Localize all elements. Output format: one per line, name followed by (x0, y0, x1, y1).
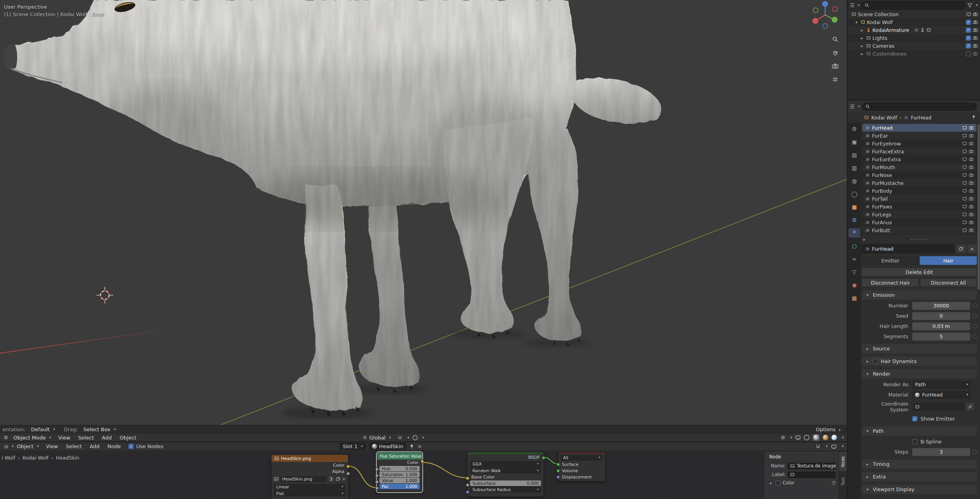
displacement-input-socket[interactable] (556, 475, 560, 479)
monitor-icon[interactable] (962, 196, 967, 201)
tab-emitter[interactable]: Emitter (862, 256, 919, 265)
chevron-down-icon[interactable]: ▾ (12, 445, 14, 448)
list-item[interactable]: FurNose (862, 171, 976, 179)
expander-icon[interactable]: ▸ (859, 44, 865, 48)
collection-checkbox[interactable]: ✓ (966, 35, 971, 41)
outliner-search-input[interactable] (861, 1, 965, 9)
chevron-down-icon[interactable]: ▾ (858, 4, 860, 7)
menu-view[interactable]: View (54, 435, 74, 441)
show-overlays-icon[interactable] (795, 435, 801, 440)
menu-select[interactable]: Select (62, 443, 86, 449)
outliner-row-custombones[interactable]: ▸ CustomBones (848, 50, 980, 58)
base-color-input-socket[interactable] (466, 477, 469, 480)
overlay-toggle-icon[interactable] (831, 444, 837, 449)
outliner-row-lights[interactable]: ▸ Lights ✓ (848, 34, 980, 42)
monitor-icon[interactable] (962, 125, 967, 130)
list-item[interactable]: FurEar (862, 132, 976, 140)
bsdf-output-socket[interactable] (542, 456, 545, 460)
menu-select[interactable]: Select (74, 435, 98, 441)
slot-dropdown[interactable]: Slot 1 ▾ (340, 443, 366, 450)
list-item[interactable]: FurEyebrow (862, 140, 976, 147)
render-as-dropdown[interactable]: Path ▾ (912, 381, 971, 389)
extension-dropdown[interactable]: Flat ▾ (274, 490, 346, 496)
pin-icon[interactable] (409, 444, 415, 449)
list-item[interactable]: FurTail (862, 195, 976, 203)
tab-tool[interactable]: ⚙ (848, 124, 860, 134)
image-users-count[interactable]: 3 (328, 476, 334, 482)
render-camera-icon[interactable] (969, 212, 974, 217)
expander-icon[interactable]: ▸ (768, 481, 774, 485)
value-input-socket[interactable] (375, 480, 379, 484)
drag-dropdown[interactable]: Select Box ▾ (80, 426, 119, 433)
expander-icon[interactable]: ▸ (859, 52, 865, 56)
section-hair-dynamics[interactable]: ▸ Hair Dynamics (862, 357, 977, 366)
chevron-down-icon[interactable]: ▾ (407, 436, 409, 439)
render-camera-icon[interactable] (969, 141, 974, 146)
image-texture-node[interactable]: HeadSkin.png Color Alpha HeadSkin.png 3 … (271, 454, 348, 499)
section-viewport-display[interactable]: ▾ Viewport Display (862, 485, 977, 494)
chevron-down-icon[interactable]: ▾ (976, 4, 978, 7)
section-emission[interactable]: ▾ Emission (862, 290, 977, 300)
steps-field[interactable]: 3 (912, 448, 970, 456)
shading-wireframe-icon[interactable] (804, 435, 809, 440)
monitor-icon[interactable] (962, 188, 967, 193)
surface-input-socket[interactable] (556, 463, 560, 466)
pin-icon[interactable] (971, 115, 976, 119)
shading-rendered-icon[interactable] (831, 435, 837, 440)
section-render[interactable]: ▾ Render (862, 369, 977, 378)
render-camera-icon[interactable] (969, 173, 974, 177)
section-path[interactable]: ▾ Path (862, 426, 977, 436)
render-camera-icon[interactable] (973, 35, 978, 40)
principled-bsdf-node[interactable]: BSDF GGX ▾ Random Walk ▾ Base Color Subs… (467, 452, 544, 497)
section-extra[interactable]: ▸ Extra (862, 472, 977, 481)
render-camera-icon[interactable] (973, 12, 978, 17)
use-nodes-checkbox[interactable]: ✓ (128, 444, 134, 449)
copy-icon[interactable] (336, 477, 340, 481)
object-checkbox[interactable]: ✓ (966, 28, 971, 33)
gizmo-y-neg[interactable] (813, 8, 818, 13)
volume-input-socket[interactable] (556, 469, 560, 473)
output-node-header[interactable] (558, 452, 605, 454)
remove-button[interactable]: × (967, 244, 977, 253)
tab-physics[interactable]: ○ (848, 241, 860, 251)
gizmo-y-axis[interactable] (832, 17, 838, 23)
monitor-icon[interactable] (962, 157, 967, 162)
disconnect-hair-button[interactable]: Disconnect Hair (862, 278, 919, 287)
unlink-icon[interactable]: × (417, 443, 422, 449)
monitor-icon[interactable] (962, 220, 967, 225)
saturation-input-socket[interactable] (375, 474, 379, 477)
list-item[interactable]: FurLegs (862, 210, 976, 218)
shader-type-dropdown[interactable]: Object ▾ (14, 443, 42, 450)
subsurface-radius-input-socket[interactable] (466, 490, 469, 494)
list-item[interactable]: FurMouth (862, 163, 976, 171)
hue-slider[interactable]: Hue0.500 (379, 466, 420, 471)
menu-view[interactable]: View (42, 443, 62, 449)
output-target-dropdown[interactable]: All ▾ (561, 455, 603, 461)
tab-constraints[interactable]: ∞ (848, 254, 860, 264)
proportional-editing-icon[interactable] (413, 435, 418, 440)
tab-particles[interactable]: * (848, 228, 860, 238)
list-item[interactable]: FurMustache (862, 179, 976, 187)
orientation-dropdown[interactable]: Default ▾ (28, 426, 58, 433)
decorator-dot[interactable] (973, 450, 977, 454)
properties-search-input[interactable] (862, 102, 977, 111)
saturation-slider[interactable]: Saturation1.000 (379, 472, 420, 477)
gizmo-x-neg[interactable] (833, 7, 837, 11)
chevron-down-icon[interactable]: ▾ (842, 436, 844, 439)
navigation-gizmo[interactable] (809, 0, 842, 32)
outliner-display-mode-icon[interactable]: ☰ (850, 2, 855, 8)
options-menu[interactable]: Options ▾ (812, 426, 844, 432)
menu-add[interactable]: Add (98, 435, 115, 441)
tab-node[interactable]: Node (839, 452, 847, 471)
list-item[interactable]: FurBody (862, 187, 976, 195)
node-label-field[interactable] (788, 471, 836, 478)
shading-material-icon[interactable] (823, 435, 828, 440)
decorator-dot[interactable] (973, 303, 977, 308)
monitor-icon[interactable] (962, 133, 967, 138)
camera-view-icon[interactable] (831, 61, 839, 70)
render-camera-icon[interactable] (969, 157, 974, 162)
list-item[interactable]: FurButt (862, 226, 976, 234)
collection-checkbox[interactable]: ✓ (966, 20, 971, 25)
subsurface-radius-dropdown[interactable]: Subsurface Radius ▾ (470, 486, 541, 492)
render-camera-icon[interactable] (969, 125, 974, 130)
